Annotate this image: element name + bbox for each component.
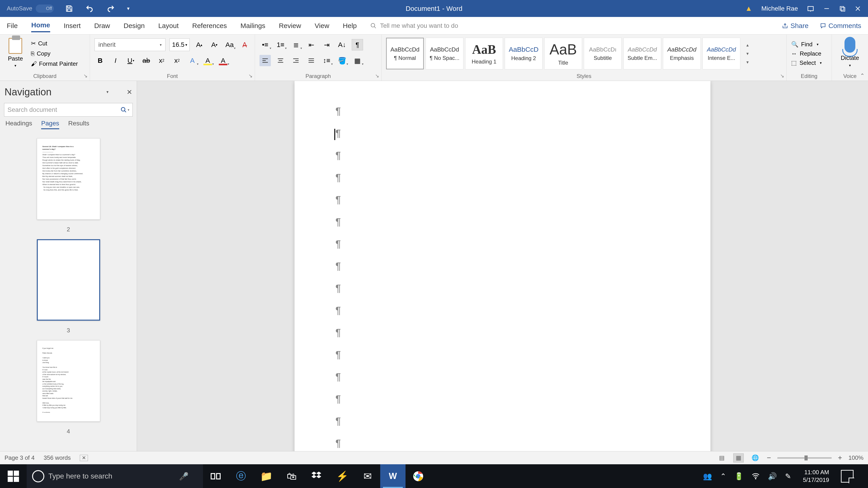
tab-draw[interactable]: Draw [94, 20, 110, 32]
style-title[interactable]: AaBTitle [544, 38, 582, 69]
share-button[interactable]: Share [782, 20, 809, 32]
spell-check-icon[interactable]: ✕ [80, 455, 88, 461]
tab-file[interactable]: File [7, 20, 18, 32]
format-painter-button[interactable]: 🖌Format Painter [31, 60, 78, 67]
warning-icon[interactable]: ▲ [745, 4, 752, 13]
bullets-button[interactable]: •≡▾ [259, 39, 271, 51]
style-subtitle[interactable]: AaBbCcDıSubtitle [584, 38, 622, 69]
style-subtle-em-[interactable]: AaBbCcDdSubtle Em... [623, 38, 661, 69]
cut-button[interactable]: ✂Cut [31, 40, 78, 47]
style-emphasis[interactable]: AaBbCcDdEmphasis [663, 38, 701, 69]
page-thumbnail-3[interactable] [37, 239, 100, 321]
subscript-button[interactable]: x2 [156, 55, 167, 66]
nav-search-input[interactable] [7, 106, 111, 113]
tab-help[interactable]: Help [343, 20, 357, 32]
tab-insert[interactable]: Insert [64, 20, 81, 32]
notifications-button[interactable] [841, 470, 854, 483]
read-mode-button[interactable]: ▤ [717, 453, 727, 462]
taskbar-chrome[interactable] [405, 464, 431, 488]
collapse-ribbon-button[interactable]: ⌃ [860, 72, 865, 79]
zoom-out-button[interactable]: − [767, 454, 771, 462]
styles-dialog-launcher[interactable]: ↘ [780, 73, 784, 79]
replace-button[interactable]: ↔Replace [791, 50, 827, 57]
volume-icon[interactable]: 🔊 [768, 472, 777, 481]
shrink-font-button[interactable]: A▾ [209, 39, 220, 51]
maximize-button[interactable] [839, 5, 845, 12]
taskbar-lightning[interactable]: ⚡ [330, 464, 355, 488]
taskbar-store[interactable]: 🛍 [279, 464, 304, 488]
sort-button[interactable]: A↓ [336, 39, 348, 51]
comments-button[interactable]: Comments [820, 20, 861, 32]
multilevel-list-button[interactable]: ≣▾ [290, 39, 302, 51]
tab-layout[interactable]: Layout [158, 20, 179, 32]
minimize-button[interactable] [823, 5, 830, 12]
page-thumbnail-4[interactable]: If you forget mePablo NerudaI want youto… [37, 340, 100, 422]
microphone-icon[interactable]: 🎤 [179, 472, 188, 481]
tab-design[interactable]: Design [124, 20, 145, 32]
quick-access-more-icon[interactable]: ▾ [127, 6, 129, 11]
zoom-in-button[interactable]: + [838, 454, 842, 462]
numbering-button[interactable]: 1≡▾ [275, 39, 286, 51]
status-page[interactable]: Page 3 of 4 [4, 454, 35, 461]
dictate-button[interactable]: Dictate ▾ [836, 37, 864, 68]
text-effects-button[interactable]: A▾ [187, 55, 198, 66]
clock[interactable]: 11:00 AM 5/17/2019 [799, 468, 833, 484]
copy-button[interactable]: ⎘Copy [31, 50, 78, 57]
search-icon[interactable]: ▾ [121, 107, 129, 113]
font-size-combo[interactable]: 16.5▾ [169, 38, 190, 51]
underline-button[interactable]: U▾ [125, 55, 136, 66]
change-case-button[interactable]: Aa▾ [224, 39, 235, 51]
increase-indent-button[interactable]: ⇥ [321, 39, 332, 51]
clipboard-dialog-launcher[interactable]: ↘ [84, 73, 88, 79]
tab-home[interactable]: Home [31, 19, 50, 32]
web-layout-button[interactable]: 🌐 [750, 453, 761, 462]
nav-close-button[interactable]: ✕ [127, 88, 132, 96]
grow-font-button[interactable]: A▴ [194, 39, 205, 51]
nav-tab-results[interactable]: Results [68, 120, 89, 129]
print-layout-button[interactable]: ▦ [733, 453, 744, 462]
status-words[interactable]: 356 words [43, 454, 71, 461]
taskbar-word[interactable]: W [380, 464, 405, 488]
borders-button[interactable]: ▦▾ [352, 55, 363, 66]
style-heading-2[interactable]: AaBbCcDHeading 2 [505, 38, 542, 69]
style-heading-1[interactable]: AaBHeading 1 [465, 38, 503, 69]
undo-icon[interactable] [85, 4, 94, 13]
taskbar-mail[interactable]: ✉ [355, 464, 380, 488]
taskbar-search[interactable]: 🎤 [27, 464, 203, 488]
bold-button[interactable]: B [94, 55, 106, 66]
align-left-button[interactable] [259, 55, 271, 66]
page-thumbnail-2[interactable]: Sonnet 18: Shall I compare thee to asumm… [37, 138, 100, 220]
style-intense-e-[interactable]: AaBbCcDdIntense E... [703, 38, 740, 69]
tab-mailings[interactable]: Mailings [241, 20, 266, 32]
show-hide-button[interactable]: ¶ [352, 39, 363, 51]
document-page[interactable]: ¶¶¶¶¶¶¶¶¶¶¶¶¶¶¶¶¶¶ [294, 81, 710, 451]
zoom-slider[interactable] [777, 457, 832, 459]
paste-button[interactable]: Paste ▾ [4, 37, 26, 70]
start-button[interactable] [0, 464, 27, 488]
username-label[interactable]: Michelle Rae [761, 5, 798, 12]
task-view-button[interactable] [203, 464, 228, 488]
taskbar-dropbox[interactable] [304, 464, 330, 488]
tell-me-search[interactable]: Tell me what you want to do [370, 22, 458, 29]
nav-tab-pages[interactable]: Pages [41, 120, 59, 129]
justify-button[interactable] [306, 55, 317, 66]
autosave-switch[interactable]: Off [36, 4, 54, 13]
nav-search-box[interactable]: ▾ [4, 103, 133, 117]
font-name-combo[interactable]: inherit▾ [94, 38, 165, 51]
close-button[interactable] [855, 5, 861, 12]
find-button[interactable]: 🔍Find▾ [791, 41, 827, 48]
tab-review[interactable]: Review [279, 20, 301, 32]
tab-view[interactable]: View [315, 20, 329, 32]
autosave-toggle[interactable]: AutoSave Off [7, 4, 54, 13]
font-dialog-launcher[interactable]: ↘ [248, 73, 252, 79]
tray-chevron-up-icon[interactable]: ⌃ [720, 472, 726, 481]
wifi-icon[interactable] [752, 472, 760, 480]
redo-icon[interactable] [106, 4, 116, 13]
shading-button[interactable]: 🪣▾ [336, 55, 348, 66]
ribbon-display-options-icon[interactable] [807, 5, 814, 12]
nav-tab-headings[interactable]: Headings [5, 120, 32, 129]
line-spacing-button[interactable]: ↕≡▾ [321, 55, 332, 66]
align-center-button[interactable] [275, 55, 286, 66]
clear-formatting-button[interactable]: A̶ [239, 39, 250, 51]
highlight-button[interactable]: A▾ [202, 55, 213, 66]
